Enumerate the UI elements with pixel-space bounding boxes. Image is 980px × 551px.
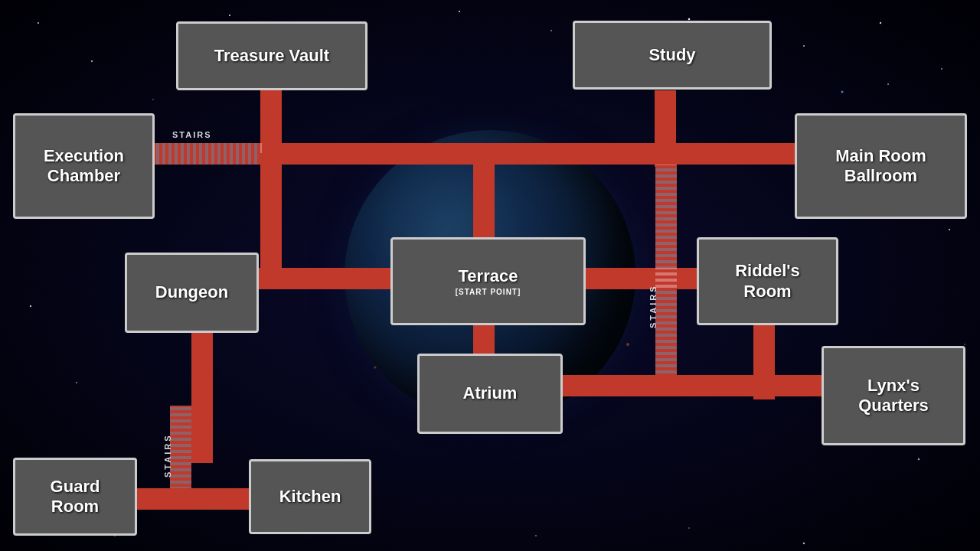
room-dungeon-title: Dungeon [155,282,228,302]
room-riddels-room-title: Riddel's Room [710,261,825,302]
room-main-ballroom[interactable]: Main Room Ballroom [795,113,967,219]
room-guard-room-title: Guard Room [26,477,124,517]
svg-rect-48 [563,375,766,396]
svg-rect-52 [137,488,252,510]
svg-rect-50 [191,333,213,463]
room-atrium-title: Atrium [463,383,518,403]
svg-rect-43 [260,153,282,276]
svg-rect-39 [155,143,262,165]
stairs-label-right: STAIRS [648,233,658,379]
room-treasure-vault[interactable]: Treasure Vault [176,21,368,90]
room-execution-chamber[interactable]: Execution Chamber [13,113,155,219]
room-study-title: Study [648,45,695,65]
room-terrace[interactable]: Terrace [START POINT] [390,237,586,325]
room-atrium[interactable]: Atrium [417,354,563,434]
room-terrace-title: Terrace [459,266,518,286]
room-lynxs-quarters[interactable]: Lynx's Quarters [822,346,965,445]
room-kitchen[interactable]: Kitchen [249,459,371,534]
room-execution-chamber-title: Execution Chamber [26,146,142,187]
stairs-label-top: STAIRS [172,130,212,139]
room-study[interactable]: Study [573,21,772,90]
stairs-label-bottom: STAIRS [163,413,172,497]
svg-rect-51 [170,406,191,497]
svg-rect-44 [586,268,701,289]
room-treasure-vault-title: Treasure Vault [214,46,329,66]
svg-rect-45 [655,165,677,375]
svg-rect-40 [658,143,795,165]
room-riddels-room[interactable]: Riddel's Room [697,237,838,325]
room-dungeon[interactable]: Dungeon [125,253,259,333]
room-guard-room[interactable]: Guard Room [13,458,137,536]
svg-rect-36 [272,143,658,165]
room-terrace-subtitle: [START POINT] [456,288,521,296]
room-kitchen-title: Kitchen [279,487,341,507]
room-main-ballroom-title: Main Room Ballroom [808,146,954,187]
room-lynxs-quarters-title: Lynx's Quarters [835,376,952,416]
